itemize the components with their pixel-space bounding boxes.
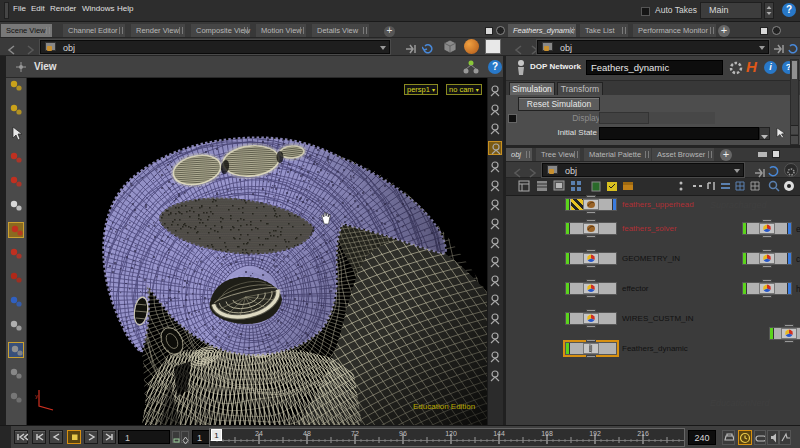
svg-text:144: 144 xyxy=(493,430,505,437)
svg-text:96: 96 xyxy=(399,430,407,437)
svg-text:216: 216 xyxy=(637,430,649,437)
svg-text:168: 168 xyxy=(541,430,553,437)
svg-text:y: y xyxy=(35,393,38,399)
svg-text:192: 192 xyxy=(589,430,601,437)
svg-text:72: 72 xyxy=(351,430,359,437)
svg-text:120: 120 xyxy=(445,430,457,437)
svg-text:48: 48 xyxy=(303,430,311,437)
svg-text:24: 24 xyxy=(255,430,263,437)
